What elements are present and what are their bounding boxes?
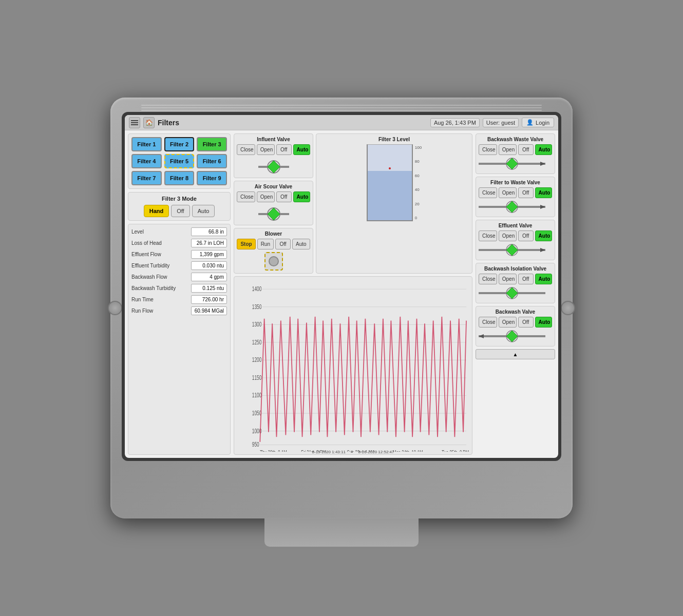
backwash-flow-value: 4 gpm	[191, 273, 227, 281]
effluent-flow-label: Effluent Flow	[131, 252, 161, 257]
home-button[interactable]: 🏠	[143, 117, 155, 128]
eff-close-button[interactable]: Close	[479, 230, 497, 241]
filter-4-button[interactable]: Filter 4	[131, 154, 162, 168]
scroll-up-button[interactable]: ▲	[476, 349, 555, 359]
biv-pipe-symbol	[479, 286, 545, 300]
backwash-isolation-valve-box: Backwash Isolation Valve Close Open Off …	[476, 263, 555, 303]
run-time-value: 726.00 hr	[191, 295, 227, 304]
air-scour-auto-button[interactable]: Auto	[293, 191, 310, 202]
influent-valve-box: Influent Valve Close Open Off Auto	[234, 133, 313, 178]
center-panel: Influent Valve Close Open Off Auto	[234, 133, 472, 455]
bww-pipe-symbol	[479, 157, 545, 171]
bv-pipe-symbol	[479, 329, 545, 343]
influent-valve-buttons: Close Open Off Auto	[237, 144, 310, 155]
influent-close-button[interactable]: Close	[237, 144, 255, 155]
eff-open-button[interactable]: Open	[499, 230, 517, 241]
svg-text:1100: 1100	[252, 391, 262, 398]
effluent-turbidity-label: Effluent Turbidity	[131, 263, 169, 268]
svg-marker-38	[540, 205, 545, 209]
air-scour-off-button[interactable]: Off	[276, 191, 292, 202]
bv-open-button[interactable]: Open	[499, 317, 517, 328]
water-level-indicator	[368, 171, 412, 220]
influent-open-button[interactable]: Open	[257, 144, 275, 155]
bww-open-button[interactable]: Open	[499, 144, 517, 155]
biv-close-button[interactable]: Close	[479, 274, 497, 284]
backwash-waste-valve-title: Backwash Waste Valve	[479, 137, 552, 142]
filter-1-button[interactable]: Filter 1	[131, 137, 162, 151]
air-scour-close-button[interactable]: Close	[237, 191, 255, 202]
filter-grid: Filter 1 Filter 2 Filter 3 Filter 4 Filt…	[128, 133, 231, 189]
backwash-valve-title: Backwash Valve	[479, 309, 552, 315]
backwash-isolation-valve-title: Backwash Isolation Valve	[479, 266, 552, 272]
bv-off-button[interactable]: Off	[518, 317, 534, 328]
filter-to-waste-valve-box: Filter to Waste Valve Close Open Off Aut…	[476, 177, 555, 217]
page-title: Filters	[158, 119, 427, 127]
biv-auto-button[interactable]: Auto	[535, 274, 552, 284]
eff-auto-button[interactable]: Auto	[535, 230, 552, 241]
influent-valve-symbol	[237, 157, 310, 175]
blower-auto-button[interactable]: Auto	[292, 239, 310, 249]
left-knob	[108, 301, 122, 315]
monitor-decorative-lines	[141, 105, 542, 111]
filter-9-button[interactable]: Filter 9	[197, 171, 227, 185]
screen-bezel: 🏠 Filters Aug 26, 1:43 PM User: guest 👤 …	[122, 112, 561, 461]
blower-stop-button[interactable]: Stop	[237, 239, 255, 249]
svg-marker-49	[479, 334, 484, 338]
svg-text:Tue 25th, 9 PM: Tue 25th, 9 PM	[442, 449, 469, 452]
backwash-turbidity-label: Backwash Turbidity	[131, 285, 176, 291]
ftw-auto-button[interactable]: Auto	[535, 187, 552, 198]
center-valve-controls: Influent Valve Close Open Off Auto	[234, 133, 313, 274]
influent-off-button[interactable]: Off	[276, 144, 292, 155]
ftw-close-button[interactable]: Close	[479, 187, 497, 198]
influent-valve-title: Influent Valve	[237, 137, 310, 142]
run-flow-value: 60.984 MGal	[191, 306, 227, 315]
filter-2-button[interactable]: Filter 2	[164, 137, 195, 151]
ftw-open-button[interactable]: Open	[499, 187, 517, 198]
bv-auto-button[interactable]: Auto	[535, 317, 552, 328]
filter-mode-title: Filter 3 Mode	[131, 196, 227, 202]
bv-close-button[interactable]: Close	[479, 317, 497, 328]
biv-off-button[interactable]: Off	[518, 274, 534, 284]
filter-6-button[interactable]: Filter 6	[197, 154, 227, 168]
eff-off-button[interactable]: Off	[518, 230, 534, 241]
svg-text:1250: 1250	[252, 338, 262, 345]
air-scour-valve-box: Air Scour Valve Close Open Off Auto	[234, 181, 313, 225]
mode-hand-button[interactable]: Hand	[144, 205, 169, 217]
blower-buttons: Stop Run Off Auto	[237, 239, 310, 249]
mode-off-button[interactable]: Off	[171, 205, 189, 217]
filter-5-button[interactable]: Filter 5	[164, 154, 195, 168]
svg-text:1400: 1400	[252, 285, 262, 292]
filter-3-button[interactable]: Filter 3	[197, 137, 227, 151]
chart-timestamp-end: 8-26-2020 12:52:47	[358, 450, 394, 454]
backwash-flow-label: Backwash Flow	[131, 274, 167, 280]
filter-mode-box: Filter 3 Mode Hand Off Auto	[128, 192, 231, 221]
level-scale: 100 80 60 40 20 0	[415, 144, 422, 221]
right-panel: Backwash Waste Valve Close Open Off Auto	[476, 133, 555, 455]
air-scour-valve-title: Air Scour Valve	[237, 184, 310, 189]
run-flow-label: Run Flow	[131, 308, 153, 314]
svg-text:950: 950	[252, 440, 259, 448]
air-scour-valve-buttons: Close Open Off Auto	[237, 191, 310, 202]
influent-auto-button[interactable]: Auto	[293, 144, 310, 155]
blower-run-button[interactable]: Run	[257, 239, 274, 249]
blower-off-button[interactable]: Off	[275, 239, 291, 249]
filter-7-button[interactable]: Filter 7	[131, 171, 162, 185]
reading-backwash-flow: Backwash Flow 4 gpm	[131, 273, 227, 281]
chart-box: 1400 1350 1300 1250 1200 1150 1100 1050 …	[234, 276, 472, 455]
ftw-off-button[interactable]: Off	[518, 187, 534, 198]
svg-text:Mon 24th, 10 AM: Mon 24th, 10 AM	[393, 449, 423, 452]
menu-button[interactable]	[129, 117, 140, 128]
backwash-valve-box: Backwash Valve Close Open Off Auto	[476, 306, 555, 346]
svg-text:Thu 20th, 8 AM: Thu 20th, 8 AM	[260, 449, 287, 452]
login-button[interactable]: 👤 Login	[522, 118, 554, 127]
mode-auto-button[interactable]: Auto	[192, 205, 215, 217]
filter-8-button[interactable]: Filter 8	[164, 171, 195, 185]
air-scour-open-button[interactable]: Open	[257, 191, 275, 202]
bww-off-button[interactable]: Off	[518, 144, 534, 155]
monitor-stand	[264, 518, 419, 547]
effluent-turbidity-value: 0.030 ntu	[191, 261, 227, 270]
biv-open-button[interactable]: Open	[499, 274, 517, 284]
bww-close-button[interactable]: Close	[479, 144, 497, 155]
bww-auto-button[interactable]: Auto	[535, 144, 552, 155]
backwash-isolation-valve-buttons: Close Open Off Auto	[479, 274, 552, 284]
